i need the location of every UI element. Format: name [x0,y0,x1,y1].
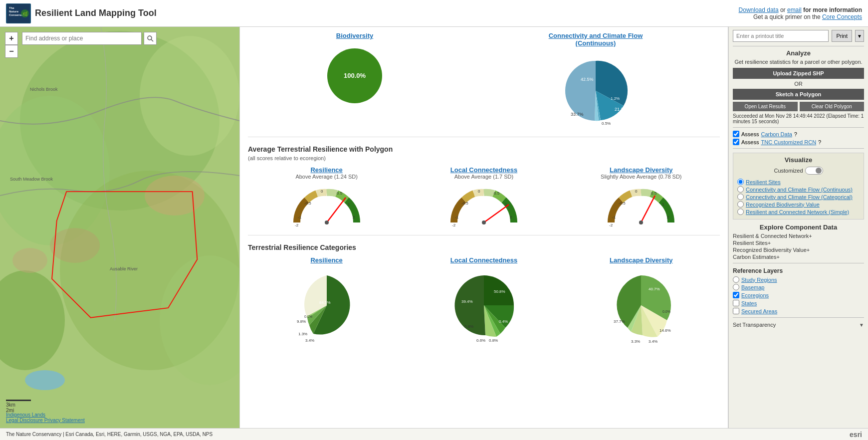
resilient-connected-radio[interactable] [737,209,744,215]
ecoregions-link[interactable]: Ecoregions [741,292,769,298]
states-row: States [733,300,864,306]
states-link[interactable]: States [741,300,757,306]
customized-label: Customized [774,168,803,174]
search-input[interactable] [22,32,142,45]
download-info-row: Download data or email for more informat… [739,6,862,13]
divider-1 [733,46,864,46]
ecoregions-checkbox[interactable] [733,292,739,298]
map-links: Indigenous Lands Legal Disclosure Privac… [6,412,85,423]
download-link[interactable]: Download data [739,6,779,13]
print-button[interactable]: Print [832,30,852,42]
svg-text:1: 1 [348,202,350,207]
resilience-gauge-link[interactable]: Resilience [310,166,342,174]
svg-text:2: 2 [353,215,355,220]
zoom-in-button[interactable]: + [5,32,18,45]
biodiversity-link[interactable]: Biodiversity [322,32,387,39]
explore-rcn-label: Resilient & Connected Network+ [733,233,812,239]
divider-2 [733,127,864,128]
resilient-connected-link[interactable]: Resilient and Connected Network (Simple) [746,209,849,215]
map-scalebar: 3km 2mi [6,400,31,413]
svg-text:0.6%: 0.6% [476,338,485,343]
success-text: Succeeded at Mon Nov 28 14:49:44 2022 (E… [733,113,864,124]
connectivity-link[interactable]: Connectivity and Climate Flow (Continuou… [546,32,646,47]
carbon-data-link[interactable]: Carbon Data [761,131,792,137]
email-link[interactable]: email [787,6,802,13]
resilient-sites-link[interactable]: Resilient Sites [746,179,781,185]
categories-title: Terrestrial Resilience Categories [248,243,720,251]
study-regions-link[interactable]: Study Regions [741,277,777,283]
rcn-link[interactable]: TNC Customized RCN [761,139,816,145]
resilient-sites-radio[interactable] [737,179,744,185]
study-regions-radio[interactable] [733,276,739,283]
local-conn-pie-link[interactable]: Local Connectedness [429,256,539,264]
connectivity-categorical-link[interactable]: Connectivity and Climate Flow (Categoric… [746,194,853,200]
biodiversity-chart-block: Biodiversity 100.0% [322,32,387,131]
svg-point-27 [325,220,329,224]
secured-areas-checkbox[interactable] [733,308,739,314]
printout-title-input[interactable] [733,30,829,42]
logo-area: The Nature Conservancy 🌿 Resilient Land … [6,3,157,23]
open-last-results-button[interactable]: Open Last Results [733,102,798,111]
explore-item-biodiversity[interactable]: Recognized Biodiversity Value+ [733,247,864,253]
sketch-polygon-button[interactable]: Sketch a Polygon [733,89,864,100]
ref-layers-title: Reference Layers [733,267,864,274]
svg-text:3.3%: 3.3% [631,339,640,343]
search-button[interactable] [144,32,157,45]
resilience-gauge-svg: -2 -1 -0.5 0 0.5 1 2 [287,183,367,227]
landscape-div-pie-link[interactable]: Landscape Diversity [586,256,696,264]
assess-carbon-row: Assess Carbon Data ? [733,131,864,137]
basemap-link[interactable]: Basemap [741,284,764,290]
set-transparency-row: Set Transparency ▼ [733,322,864,328]
basemap-radio-row: Basemap [733,284,864,290]
resilience-gauge-subtitle: Above Average (1.24 SD) [277,174,377,180]
zoom-out-button[interactable]: − [5,45,18,58]
print-dropdown-button[interactable]: ▼ [855,30,864,42]
legal-disclosure-link[interactable]: Legal Disclosure Privacy Statement [6,418,85,423]
map-area: Nichols Brook South Meadow Brook Ausable… [0,27,239,428]
customized-toggle-switch[interactable] [805,167,823,175]
footer: The Nature Conservancy | Esri Canada, Es… [0,428,868,440]
transparency-arrow-icon[interactable]: ▼ [859,322,864,328]
landscape-div-gauge-link[interactable]: Landscape Diversity [610,166,672,174]
scale-label: 3km [6,402,15,408]
assess-carbon-checkbox[interactable] [733,131,739,137]
clear-old-polygon-button[interactable]: Clear Old Polygon [800,102,865,111]
explore-item-rcn[interactable]: Resilient & Connected Network+ [733,233,864,239]
svg-text:40.7%: 40.7% [649,287,660,291]
explore-item-carbon[interactable]: Carbon Estimates+ [733,254,864,260]
resilience-pie-link[interactable]: Resilience [272,256,382,264]
assess-rcn-checkbox[interactable] [733,139,739,145]
search-icon [147,35,154,42]
states-checkbox[interactable] [733,300,739,306]
biodiversity-value-radio[interactable] [737,201,744,208]
local-conn-gauge-link[interactable]: Local Connectedness [450,166,517,174]
svg-text:21.2%: 21.2% [615,107,628,112]
basemap-radio[interactable] [733,284,739,290]
visualize-title: Visualize [737,156,860,164]
secured-areas-row: Secured Areas [733,308,864,314]
ecoregions-row: Ecoregions [733,292,864,298]
upload-shp-button[interactable]: Upload Zipped SHP [733,68,864,79]
assess-rcn-q: ? [818,139,821,145]
right-panel: Print ▼ Analyze Get resilience statistic… [728,27,868,428]
explore-item-resilient-sites[interactable]: Resilient Sites+ [733,240,864,246]
esri-logo: esri [850,431,862,439]
secured-areas-link[interactable]: Secured Areas [741,308,777,314]
landscape-div-pie-block: Landscape Diversity 40.7% 14.6% [586,256,696,344]
biodiversity-value-link[interactable]: Recognized Biodiversity Value [746,202,820,208]
study-regions-radio-row: Study Regions [733,276,864,283]
indigenous-lands-link[interactable]: Indigenous Lands [6,412,85,418]
header: The Nature Conservancy 🌿 Resilient Land … [0,0,868,27]
resilience-gauge-block: Resilience Above Average (1.24 SD) [277,166,377,229]
resilience-pie-block: Resilience 84.5% 9.8% 1.3 [272,256,382,344]
svg-text:0.0%: 0.0% [662,310,670,313]
connectivity-continuous-radio[interactable] [737,186,744,193]
connectivity-continuous-link[interactable]: Connectivity and Climate Flow (Continuou… [746,187,853,193]
assess-carbon-label: Assess [741,131,759,137]
svg-text:1.2%: 1.2% [611,96,620,101]
connectivity-categorical-radio[interactable] [737,194,744,200]
svg-point-9 [140,36,239,156]
core-concepts-link[interactable]: Core Concepts [822,13,862,20]
svg-text:0.4%: 0.4% [499,319,508,324]
footer-right: esri [850,431,862,439]
